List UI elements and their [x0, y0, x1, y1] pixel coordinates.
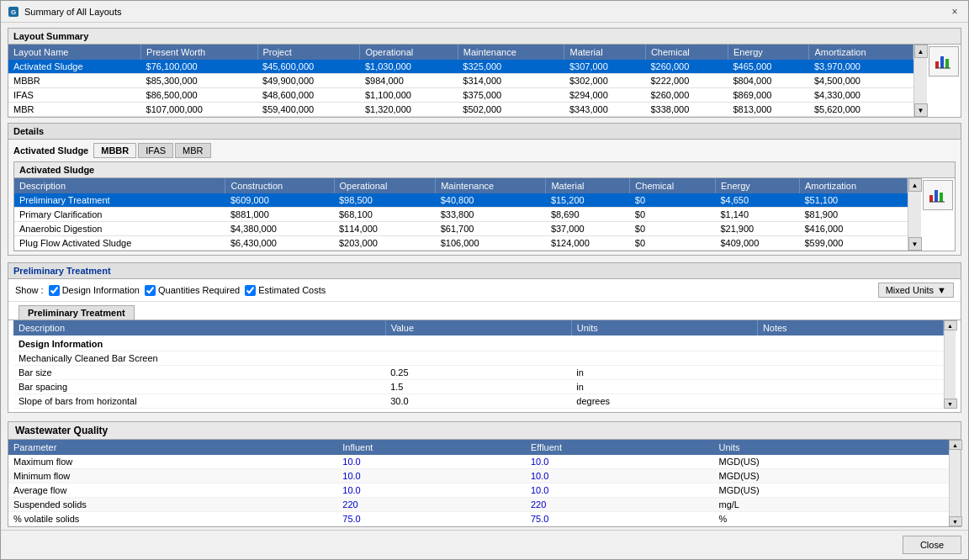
details-chart-button[interactable]	[923, 180, 953, 210]
svg-rect-3	[940, 56, 944, 68]
tab-ifas[interactable]: MBR	[175, 143, 210, 158]
layout-table-row[interactable]: Activated Sludge$76,100,000$45,600,000$1…	[8, 60, 913, 74]
prelim-tab[interactable]: Preliminary Treatment	[19, 305, 135, 320]
details-cell-3: $106,000	[436, 236, 546, 251]
wq-table: Parameter Influent Effluent Units Maximu…	[8, 440, 949, 526]
info-scrollbar[interactable]: ▲ ▼	[944, 320, 956, 409]
preliminary-section: Preliminary Treatment Show : Design Info…	[8, 262, 961, 413]
layout-cell-2: $59,400,000	[257, 103, 360, 117]
info-header-row: Description Value Units Notes	[13, 320, 944, 335]
col-project: Project	[257, 45, 360, 60]
info-cell-2: degrees	[571, 394, 757, 409]
show-label: Show :	[15, 285, 44, 295]
info-table-row: Slope of bars from horizontal30.0degrees	[13, 394, 944, 409]
detail-scroll-track[interactable]	[908, 192, 921, 237]
layout-cell-4: $325,000	[458, 60, 564, 74]
detail-scroll-up[interactable]: ▲	[908, 178, 922, 192]
wastewater-header: Wastewater Quality	[8, 422, 961, 440]
details-table-row[interactable]: Preliminary Treatment$609,000$98,500$40,…	[14, 193, 908, 208]
details-table-row[interactable]: Primary Clarification$881,000$68,100$33,…	[14, 208, 908, 222]
wq-scroll-up[interactable]: ▲	[949, 440, 962, 450]
tab-mbbr[interactable]: IFAS	[138, 143, 173, 158]
info-table-row: Bar spacing1.5in	[13, 380, 944, 394]
wq-scrollbar[interactable]: ▲ ▼	[949, 440, 961, 526]
mixed-units-button[interactable]: Mixed Units ▼	[878, 283, 954, 298]
scroll-down-btn[interactable]: ▼	[914, 103, 928, 117]
wq-table-row: Minimum flow10.010.0MGD(US)	[8, 469, 949, 483]
wq-col-param: Parameter	[8, 440, 337, 455]
wq-value-1: 220	[526, 498, 714, 512]
info-table: Description Value Units Notes Design Inf…	[13, 320, 944, 409]
scroll-track[interactable]	[914, 58, 927, 103]
title-bar-left: G Summary of All Layouts	[8, 6, 122, 18]
col-amortization: Amortization	[809, 45, 913, 60]
details-subsection: Activated Sludge Description Constructio…	[13, 161, 956, 251]
details-table-row[interactable]: Plug Flow Activated Sludge$6,430,000$203…	[14, 236, 908, 251]
layout-summary-label: Layout Summary	[13, 31, 88, 41]
wq-table-row: Maximum flow10.010.0MGD(US)	[8, 455, 949, 469]
info-col-desc: Description	[13, 320, 385, 335]
wq-col-units: Units	[713, 440, 949, 455]
info-scroll-up[interactable]: ▲	[944, 320, 957, 330]
info-cell-0: Bar spacing	[13, 380, 385, 394]
prelim-tabs: Preliminary Treatment	[8, 302, 961, 320]
layout-summary-section: Layout Summary Layout Name Present Worth…	[8, 28, 961, 118]
details-cell-2: $68,100	[334, 208, 436, 222]
detail-col-chemical: Chemical	[630, 178, 716, 193]
quantities-checkbox-label[interactable]: Quantities Required	[145, 285, 240, 296]
info-cell-1	[385, 351, 571, 366]
estimated-costs-checkbox[interactable]	[245, 285, 256, 296]
wq-scroll-down[interactable]: ▼	[949, 516, 962, 526]
preliminary-label: Preliminary Treatment	[13, 266, 111, 276]
info-cell-1: 0.25	[385, 366, 571, 380]
layout-cell-7: $869,000	[728, 88, 808, 103]
prelim-content: Description Value Units Notes Design Inf…	[8, 320, 961, 412]
close-window-button[interactable]: ×	[948, 5, 961, 18]
layout-cell-1: $86,500,000	[141, 88, 257, 103]
details-cell-4: $8,690	[546, 208, 630, 222]
info-scroll-track[interactable]	[945, 330, 956, 399]
wq-table-head: Parameter Influent Effluent Units	[8, 440, 949, 455]
details-table-wrap: Description Construction Operational Mai…	[14, 178, 908, 251]
subsection-header: Activated Sludge	[14, 162, 955, 178]
wq-scroll-track[interactable]	[950, 450, 961, 516]
design-info-checkbox[interactable]	[49, 285, 60, 296]
main-window: G Summary of All Layouts × Layout Summar…	[0, 0, 969, 560]
layout-table-header-row: Layout Name Present Worth Project Operat…	[8, 45, 913, 60]
info-cell-3	[757, 351, 943, 366]
layout-table-row[interactable]: MBBR$85,300,000$49,900,000$984,000$314,0…	[8, 74, 913, 88]
layout-table-row[interactable]: IFAS$86,500,000$48,600,000$1,100,000$375…	[8, 88, 913, 103]
layout-table: Layout Name Present Worth Project Operat…	[8, 45, 913, 117]
layout-cell-0: MBR	[8, 103, 141, 117]
close-button[interactable]: Close	[903, 536, 961, 554]
details-cell-1: $6,430,000	[225, 236, 334, 251]
details-cell-5: $0	[630, 222, 716, 236]
layout-scrollbar[interactable]: ▲ ▼	[913, 45, 927, 117]
info-table-head: Description Value Units Notes	[13, 320, 944, 335]
wq-units: mg/L	[713, 498, 949, 512]
info-cell-2: in	[571, 380, 757, 394]
details-cell-6: $1,140	[715, 208, 799, 222]
layout-cell-1: $76,100,000	[141, 60, 257, 74]
info-scroll-down[interactable]: ▼	[944, 399, 957, 409]
info-col-units: Units	[571, 320, 757, 335]
layout-cell-2: $48,600,000	[257, 88, 360, 103]
details-scrollbar[interactable]: ▲ ▼	[908, 178, 921, 251]
info-col-value: Value	[385, 320, 571, 335]
layout-table-body: Activated Sludge$76,100,000$45,600,000$1…	[8, 60, 913, 117]
wq-header-row: Parameter Influent Effluent Units	[8, 440, 949, 455]
layout-table-row[interactable]: MBR$107,000,000$59,400,000$1,320,000$502…	[8, 103, 913, 117]
layout-cell-6: $222,000	[645, 74, 728, 88]
estimated-costs-checkbox-label[interactable]: Estimated Costs	[245, 285, 326, 296]
design-info-checkbox-label[interactable]: Design Information	[49, 285, 140, 296]
preliminary-header: Preliminary Treatment	[8, 263, 961, 279]
scroll-up-btn[interactable]: ▲	[914, 45, 928, 58]
info-table-row: Bar size0.25in	[13, 366, 944, 380]
quantities-checkbox[interactable]	[145, 285, 156, 296]
tab-activated-sludge[interactable]: MBBR	[93, 143, 136, 158]
detail-scroll-down[interactable]: ▼	[908, 237, 922, 251]
layout-table-outer: Layout Name Present Worth Project Operat…	[8, 45, 913, 117]
wq-value-0: 75.0	[337, 512, 526, 526]
details-table-row[interactable]: Anaerobic Digestion$4,380,000$114,000$61…	[14, 222, 908, 236]
layout-chart-button[interactable]	[929, 46, 959, 77]
